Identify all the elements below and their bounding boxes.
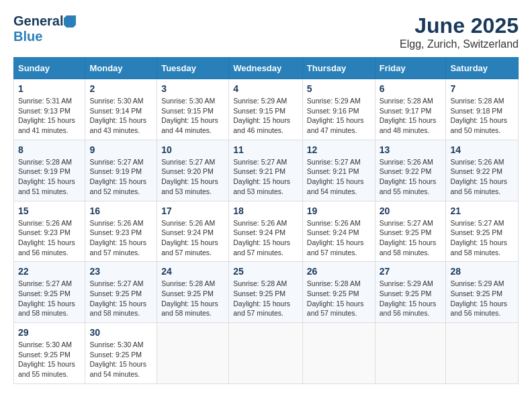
day-number: 30 xyxy=(89,327,152,338)
calendar-cell xyxy=(446,323,519,384)
day-number: 14 xyxy=(450,144,514,155)
day-info: Sunrise: 5:28 AM Sunset: 9:25 PM Dayligh… xyxy=(233,279,298,318)
day-info: Sunrise: 5:30 AM Sunset: 9:25 PM Dayligh… xyxy=(18,340,81,379)
calendar-cell: 29Sunrise: 5:30 AM Sunset: 9:25 PM Dayli… xyxy=(14,323,85,384)
day-info: Sunrise: 5:26 AM Sunset: 9:23 PM Dayligh… xyxy=(89,218,152,258)
day-number: 8 xyxy=(18,144,81,155)
day-number: 16 xyxy=(89,205,152,216)
day-info: Sunrise: 5:30 AM Sunset: 9:25 PM Dayligh… xyxy=(89,340,152,379)
calendar-cell: 6Sunrise: 5:28 AM Sunset: 9:17 PM Daylig… xyxy=(375,79,446,140)
day-number: 7 xyxy=(450,83,514,94)
day-info: Sunrise: 5:30 AM Sunset: 9:14 PM Dayligh… xyxy=(89,96,152,136)
day-number: 23 xyxy=(89,266,152,277)
day-info: Sunrise: 5:27 AM Sunset: 9:21 PM Dayligh… xyxy=(307,157,371,197)
calendar-cell: 5Sunrise: 5:29 AM Sunset: 9:16 PM Daylig… xyxy=(302,79,375,140)
day-number: 11 xyxy=(233,144,298,155)
header-sunday: Sunday xyxy=(14,58,85,79)
calendar-cell: 12Sunrise: 5:27 AM Sunset: 9:21 PM Dayli… xyxy=(302,140,375,201)
calendar-cell: 15Sunrise: 5:26 AM Sunset: 9:23 PM Dayli… xyxy=(14,201,85,262)
header-friday: Friday xyxy=(375,58,446,79)
day-info: Sunrise: 5:26 AM Sunset: 9:24 PM Dayligh… xyxy=(307,218,371,258)
calendar-cell: 11Sunrise: 5:27 AM Sunset: 9:21 PM Dayli… xyxy=(229,140,303,201)
logo-general: General xyxy=(13,13,63,29)
day-info: Sunrise: 5:29 AM Sunset: 9:25 PM Dayligh… xyxy=(450,279,514,318)
calendar-cell: 2Sunrise: 5:30 AM Sunset: 9:14 PM Daylig… xyxy=(85,79,157,140)
day-info: Sunrise: 5:28 AM Sunset: 9:17 PM Dayligh… xyxy=(380,96,442,136)
day-info: Sunrise: 5:27 AM Sunset: 9:25 PM Dayligh… xyxy=(89,279,152,318)
calendar-cell: 22Sunrise: 5:27 AM Sunset: 9:25 PM Dayli… xyxy=(14,262,85,323)
calendar-cell: 18Sunrise: 5:26 AM Sunset: 9:24 PM Dayli… xyxy=(229,201,303,262)
day-number: 19 xyxy=(307,205,371,216)
day-number: 2 xyxy=(89,83,152,94)
day-info: Sunrise: 5:26 AM Sunset: 9:24 PM Dayligh… xyxy=(161,218,224,258)
calendar-cell: 23Sunrise: 5:27 AM Sunset: 9:25 PM Dayli… xyxy=(85,262,157,323)
calendar-cell: 1Sunrise: 5:31 AM Sunset: 9:13 PM Daylig… xyxy=(14,79,85,140)
day-number: 20 xyxy=(380,205,442,216)
day-info: Sunrise: 5:28 AM Sunset: 9:18 PM Dayligh… xyxy=(450,96,514,136)
calendar-cell: 7Sunrise: 5:28 AM Sunset: 9:18 PM Daylig… xyxy=(446,79,519,140)
calendar-cell: 24Sunrise: 5:28 AM Sunset: 9:25 PM Dayli… xyxy=(157,262,229,323)
day-number: 17 xyxy=(161,205,224,216)
header-tuesday: Tuesday xyxy=(157,58,229,79)
calendar-cell: 26Sunrise: 5:28 AM Sunset: 9:25 PM Dayli… xyxy=(302,262,375,323)
day-number: 9 xyxy=(89,144,152,155)
day-info: Sunrise: 5:28 AM Sunset: 9:25 PM Dayligh… xyxy=(307,279,371,318)
day-number: 5 xyxy=(307,83,371,94)
calendar-cell xyxy=(157,323,229,384)
day-info: Sunrise: 5:28 AM Sunset: 9:25 PM Dayligh… xyxy=(161,279,224,318)
calendar-cell: 14Sunrise: 5:26 AM Sunset: 9:22 PM Dayli… xyxy=(446,140,519,201)
calendar-cell: 28Sunrise: 5:29 AM Sunset: 9:25 PM Dayli… xyxy=(446,262,519,323)
calendar-cell: 20Sunrise: 5:27 AM Sunset: 9:25 PM Dayli… xyxy=(375,201,446,262)
svg-marker-0 xyxy=(64,15,76,28)
calendar-cell: 25Sunrise: 5:28 AM Sunset: 9:25 PM Dayli… xyxy=(229,262,303,323)
header-wednesday: Wednesday xyxy=(229,58,303,79)
title-area: June 2025 Elgg, Zurich, Switzerland xyxy=(400,13,519,50)
location: Elgg, Zurich, Switzerland xyxy=(400,38,519,50)
day-info: Sunrise: 5:27 AM Sunset: 9:19 PM Dayligh… xyxy=(89,157,152,197)
calendar-cell: 16Sunrise: 5:26 AM Sunset: 9:23 PM Dayli… xyxy=(85,201,157,262)
day-info: Sunrise: 5:27 AM Sunset: 9:21 PM Dayligh… xyxy=(233,157,298,197)
header-thursday: Thursday xyxy=(302,58,375,79)
day-info: Sunrise: 5:27 AM Sunset: 9:25 PM Dayligh… xyxy=(450,218,514,258)
day-info: Sunrise: 5:28 AM Sunset: 9:19 PM Dayligh… xyxy=(18,157,81,197)
day-info: Sunrise: 5:29 AM Sunset: 9:16 PM Dayligh… xyxy=(307,96,371,136)
day-number: 25 xyxy=(233,266,298,277)
header-saturday: Saturday xyxy=(446,58,519,79)
calendar-cell: 13Sunrise: 5:26 AM Sunset: 9:22 PM Dayli… xyxy=(375,140,446,201)
calendar-cell: 4Sunrise: 5:29 AM Sunset: 9:15 PM Daylig… xyxy=(229,79,303,140)
header: General Blue June 2025 Elgg, Zurich, Swi… xyxy=(13,13,519,50)
day-number: 28 xyxy=(450,266,514,277)
header-monday: Monday xyxy=(85,58,157,79)
day-number: 22 xyxy=(18,266,81,277)
day-number: 21 xyxy=(450,205,514,216)
day-number: 3 xyxy=(161,83,224,94)
logo-blue: Blue xyxy=(13,29,42,44)
calendar-cell xyxy=(229,323,303,384)
day-number: 12 xyxy=(307,144,371,155)
calendar-cell: 21Sunrise: 5:27 AM Sunset: 9:25 PM Dayli… xyxy=(446,201,519,262)
day-info: Sunrise: 5:26 AM Sunset: 9:23 PM Dayligh… xyxy=(18,218,81,258)
calendar-week-row: 22Sunrise: 5:27 AM Sunset: 9:25 PM Dayli… xyxy=(14,262,519,323)
calendar-cell xyxy=(375,323,446,384)
day-number: 1 xyxy=(18,83,81,94)
day-number: 6 xyxy=(380,83,442,94)
calendar-cell: 19Sunrise: 5:26 AM Sunset: 9:24 PM Dayli… xyxy=(302,201,375,262)
day-number: 4 xyxy=(233,83,298,94)
calendar: Sunday Monday Tuesday Wednesday Thursday… xyxy=(13,57,519,384)
day-number: 27 xyxy=(380,266,442,277)
day-number: 10 xyxy=(161,144,224,155)
day-info: Sunrise: 5:31 AM Sunset: 9:13 PM Dayligh… xyxy=(18,96,81,136)
day-number: 13 xyxy=(380,144,442,155)
day-info: Sunrise: 5:27 AM Sunset: 9:25 PM Dayligh… xyxy=(18,279,81,318)
calendar-cell: 17Sunrise: 5:26 AM Sunset: 9:24 PM Dayli… xyxy=(157,201,229,262)
day-number: 26 xyxy=(307,266,371,277)
day-number: 29 xyxy=(18,327,81,338)
day-number: 24 xyxy=(161,266,224,277)
calendar-cell: 27Sunrise: 5:29 AM Sunset: 9:25 PM Dayli… xyxy=(375,262,446,323)
day-info: Sunrise: 5:27 AM Sunset: 9:20 PM Dayligh… xyxy=(161,157,224,197)
calendar-cell xyxy=(302,323,375,384)
day-info: Sunrise: 5:29 AM Sunset: 9:25 PM Dayligh… xyxy=(380,279,442,318)
calendar-week-row: 15Sunrise: 5:26 AM Sunset: 9:23 PM Dayli… xyxy=(14,201,519,262)
calendar-week-row: 29Sunrise: 5:30 AM Sunset: 9:25 PM Dayli… xyxy=(14,323,519,384)
calendar-cell: 8Sunrise: 5:28 AM Sunset: 9:19 PM Daylig… xyxy=(14,140,85,201)
